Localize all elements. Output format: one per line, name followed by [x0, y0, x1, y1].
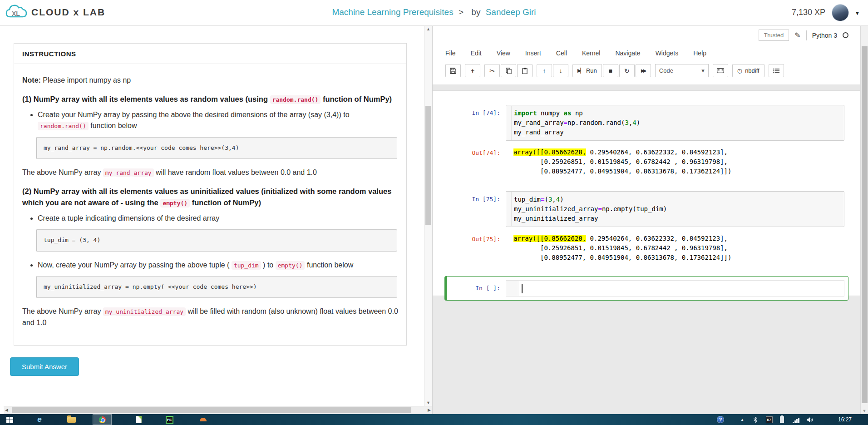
start-button[interactable]	[4, 414, 15, 425]
notebook-toolbar: + ✂ ↑ ↓	[445, 64, 784, 77]
menu-help[interactable]: Help	[693, 49, 706, 57]
menu-kernel[interactable]: Kernel	[582, 49, 600, 57]
network-signal-icon[interactable]	[791, 414, 801, 425]
list-icon	[773, 68, 779, 74]
menu-navigate[interactable]: Navigate	[615, 49, 640, 57]
menu-widgets[interactable]: Widgets	[656, 49, 679, 57]
menu-cell[interactable]: Cell	[556, 49, 567, 57]
scroll-up-icon[interactable]: ▲	[424, 27, 432, 31]
scroll-right-icon[interactable]: ▶	[428, 408, 431, 412]
move-cell-down-button[interactable]: ↓	[553, 64, 568, 77]
chrome-logo	[99, 416, 106, 423]
inline-code: my_uninitialized_array	[103, 307, 186, 316]
inline-code: my_rand_array	[103, 168, 154, 177]
output-text-74: array([[0.85662628, 0.29540264, 0.636223…	[506, 145, 844, 179]
output-area-74: Out[74]: array([[0.85662628, 0.29540264,…	[433, 143, 861, 183]
menu-edit[interactable]: Edit	[471, 49, 482, 57]
author-link[interactable]: Sandeep Giri	[486, 7, 536, 17]
cell-type-select[interactable]: Code ▾	[655, 64, 709, 77]
scroll-down-icon[interactable]: ▼	[424, 400, 432, 405]
breadcrumb: Machine Learning Prerequisites > by Sand…	[0, 7, 868, 17]
volume-icon[interactable]	[804, 414, 815, 425]
paste-cell-button[interactable]	[517, 64, 533, 77]
code-block-rand: my_rand_array = np.random.<<your code co…	[36, 137, 397, 159]
section-1-heading: (1) NumPy array with all its elements va…	[22, 94, 398, 105]
empty-code-input[interactable]	[506, 280, 844, 297]
move-cell-up-button[interactable]: ↑	[537, 64, 552, 77]
cut-cell-button[interactable]: ✂	[484, 64, 500, 77]
command-palette-button[interactable]	[713, 64, 728, 77]
tray-help-icon[interactable]: ?	[715, 414, 725, 425]
code-block-empty: my_uninitialized_array = np.empty( <<you…	[36, 276, 397, 298]
list-item: Create your NumPy array by passing the a…	[38, 109, 398, 132]
input-prompt: In [74]:	[433, 105, 506, 141]
notepad-plus-plus-icon[interactable]	[132, 414, 145, 425]
interrupt-kernel-button[interactable]: ■	[603, 64, 618, 77]
scissors-icon: ✂	[489, 67, 495, 74]
edit-pencil-icon[interactable]: ✎	[794, 31, 800, 40]
output-prompt: Out[75]:	[433, 231, 506, 265]
xp-counter[interactable]: 7,130 XP	[792, 8, 825, 17]
menu-view[interactable]: View	[497, 49, 510, 57]
app-icon-orange[interactable]	[196, 414, 210, 425]
notebook-scrollbar-thumb[interactable]	[862, 46, 868, 403]
menu-file[interactable]: File	[445, 49, 456, 57]
chevron-down-icon[interactable]: ▼	[855, 10, 860, 16]
instructions-box: INSTRUCTIONS Note: Please import numpy a…	[14, 43, 407, 346]
pycharm-edu-icon[interactable]: PE	[163, 414, 176, 425]
instructions-title: INSTRUCTIONS	[14, 44, 406, 64]
code-block-tuple: tup_dim = (3, 4)	[36, 229, 397, 251]
restart-kernel-button[interactable]: ↻	[619, 64, 635, 77]
output-prompt: Out[74]:	[433, 145, 506, 179]
code-cell-74: In [74]: import numpy as np my_rand_arra…	[433, 103, 861, 143]
code-cell-75: In [75]: tup_dim=(3,4) my_uninitialized_…	[433, 189, 861, 229]
save-button[interactable]	[445, 64, 461, 77]
section-2-list: Create a tuple indicating dimensions of …	[22, 213, 398, 224]
table-of-contents-button[interactable]	[769, 64, 784, 77]
trusted-badge[interactable]: Trusted	[759, 30, 789, 41]
input-prompt: In [75]:	[433, 191, 506, 227]
code-input-74[interactable]: import numpy as np my_rand_array=np.rand…	[506, 105, 844, 141]
chrome-icon-active[interactable]	[93, 414, 112, 425]
list-item: Now, create your NumPy array by passing …	[38, 260, 398, 271]
kernel-name: Python 3	[812, 32, 837, 39]
copy-icon	[506, 68, 512, 74]
left-vertical-scrollbar-thumb[interactable]	[425, 106, 431, 225]
add-cell-button[interactable]: +	[465, 64, 480, 77]
section-2-heading: (2) NumPy array with all its elements va…	[22, 186, 398, 208]
menu-insert[interactable]: Insert	[525, 49, 541, 57]
k7-antivirus-icon[interactable]: K7	[764, 414, 774, 425]
restart-run-all-button[interactable]: ▶▶	[636, 64, 651, 77]
left-vertical-scrollbar[interactable]: ▲ ▼	[424, 26, 432, 406]
avatar[interactable]	[832, 4, 849, 21]
inline-code: random.rand()	[38, 122, 89, 130]
tray-show-hidden-icons[interactable]: ▲	[738, 414, 746, 425]
notebook-cells-area: In [74]: import numpy as np my_rand_arra…	[433, 91, 861, 296]
jupyter-notebook-panel: Trusted ✎ Python 3 File Edit View Insert…	[432, 26, 860, 414]
notebook-status-row: Trusted ✎ Python 3	[759, 30, 848, 41]
code-input-75[interactable]: tup_dim=(3,4) my_uninitialized_array=np.…	[506, 191, 844, 227]
course-link[interactable]: Machine Learning Prerequisites	[332, 7, 453, 17]
output-text-75: array([[0.85662628, 0.29540264, 0.636223…	[506, 231, 844, 265]
file-explorer-icon[interactable]	[64, 414, 78, 425]
bluetooth-icon[interactable]	[752, 414, 759, 425]
submit-answer-button[interactable]: Submit Answer	[10, 357, 79, 376]
scroll-down-icon[interactable]: ▼	[861, 409, 868, 413]
left-horizontal-scrollbar[interactable]: ◀ ▶	[4, 406, 432, 414]
clock-time[interactable]: 16:27	[829, 414, 861, 425]
clock-icon: ◷	[737, 67, 742, 74]
left-horizontal-scrollbar-thumb[interactable]	[12, 407, 411, 413]
arrow-up-icon: ↑	[543, 67, 546, 74]
cell-gap	[433, 183, 861, 189]
instructions-panel: INSTRUCTIONS Note: Please import numpy a…	[4, 26, 432, 414]
scroll-left-icon[interactable]: ◀	[5, 408, 8, 412]
copy-cell-button[interactable]	[501, 64, 516, 77]
selected-empty-cell: In [ ]:	[444, 276, 848, 301]
run-cell-button[interactable]: ▶▏ Run	[572, 64, 602, 77]
battery-icon[interactable]	[777, 414, 786, 425]
input-prompt: In [ ]:	[447, 280, 506, 297]
top-header: XL CLOUD x LAB Machine Learning Prerequi…	[0, 0, 868, 26]
nbdiff-button[interactable]: ◷ nbdiff	[732, 64, 764, 77]
internet-explorer-icon[interactable]: e	[33, 414, 46, 425]
notebook-vertical-scrollbar[interactable]: ▼	[860, 26, 868, 414]
